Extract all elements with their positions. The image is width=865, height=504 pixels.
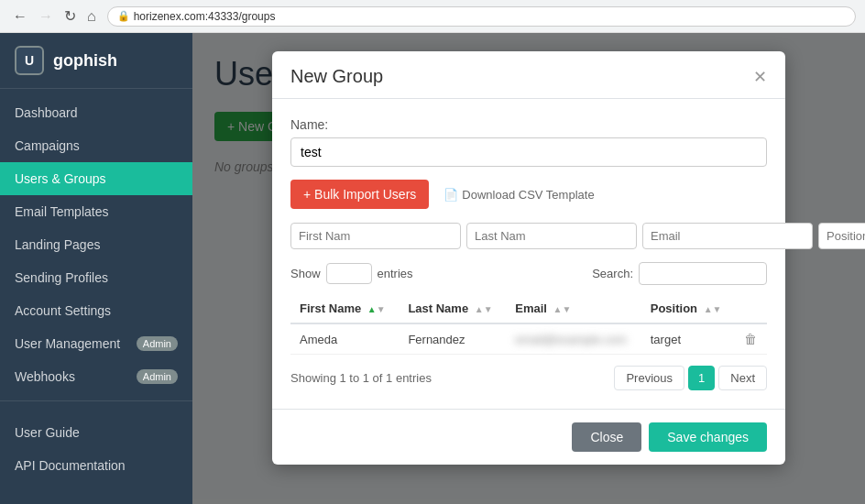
sort-last-name[interactable]: ▲▼ [475,304,493,314]
cell-last-name: Fernandez [399,323,506,355]
modal-body: Name: + Bulk Import Users 📄 Download CSV… [272,99,785,409]
pagination-row: Showing 1 to 1 of 1 entries Previous 1 N… [290,366,767,390]
page-1-button[interactable]: 1 [688,366,715,390]
logo-text: gophish [53,51,117,71]
sidebar-logo: U gophish [0,33,192,89]
sidebar-item-account-settings[interactable]: Account Settings [0,294,192,327]
sidebar-item-api-documentation[interactable]: API Documentation [0,449,192,482]
previous-button[interactable]: Previous [614,366,684,390]
sidebar-item-user-guide[interactable]: User Guide [0,416,192,449]
bulk-import-button[interactable]: + Bulk Import Users [290,180,429,209]
url-text: horizenex.com:43333/groups [134,10,276,23]
app-container: U gophish Dashboard Campaigns Users & Gr… [0,33,865,504]
sidebar-label-landing-pages: Landing Pages [15,237,100,252]
logo-icon: U [15,46,44,75]
sidebar-label-sending-profiles: Sending Profiles [15,270,108,285]
close-modal-button[interactable]: Close [572,422,641,452]
sidebar-label-users-groups: Users & Groups [15,171,106,186]
download-csv-label: Download CSV Template [462,188,594,202]
table-header: First Name ▲▼ Last Name ▲▼ Email ▲▼ [290,294,767,323]
email-input[interactable] [642,223,813,249]
delete-row-icon[interactable]: 🗑 [744,332,757,346]
show-entries-input[interactable]: 10 [326,263,372,284]
email-blurred: email@example.com [515,333,627,346]
sidebar-item-users-groups[interactable]: Users & Groups [0,162,192,195]
name-label: Name: [290,117,767,132]
modal-footer: Close Save changes [272,409,785,465]
sidebar-label-dashboard: Dashboard [15,105,78,120]
next-button[interactable]: Next [718,366,767,390]
table-header-row: First Name ▲▼ Last Name ▲▼ Email ▲▼ [290,294,767,323]
col-email: Email ▲▼ [506,294,641,323]
sidebar-item-email-templates[interactable]: Email Templates [0,195,192,228]
browser-nav: ← → ↻ ⌂ [9,5,100,27]
sidebar-nav: Dashboard Campaigns Users & Groups Email… [0,89,192,504]
home-button[interactable]: ⌂ [83,5,100,27]
cell-position: target [641,323,735,355]
position-input[interactable] [818,223,865,249]
reload-button[interactable]: ↻ [60,5,80,27]
last-name-input[interactable] [466,223,637,249]
forward-button[interactable]: → [35,5,57,27]
download-csv-button[interactable]: 📄 Download CSV Template [443,188,594,202]
save-changes-button[interactable]: Save changes [649,422,767,452]
sidebar-label-user-management: User Management [15,336,120,351]
modal-title: New Group [290,66,383,87]
sidebar-divider [0,400,192,401]
group-name-input[interactable] [290,137,767,167]
import-row: + Bulk Import Users 📄 Download CSV Templ… [290,180,767,209]
col-first-name: First Name ▲▼ [290,294,399,323]
sidebar-item-dashboard[interactable]: Dashboard [0,96,192,129]
webhooks-badge: Admin [137,369,178,384]
cell-first-name: Ameda [290,323,399,355]
sort-email[interactable]: ▲▼ [553,304,572,314]
sidebar-item-webhooks[interactable]: Webhooks Admin [0,360,192,393]
users-table: First Name ▲▼ Last Name ▲▼ Email ▲▼ [290,294,767,355]
sidebar-label-webhooks: Webhooks [15,369,75,384]
table-controls: Show 10 entries Search: [290,262,767,285]
search-box: Search: [592,262,767,285]
modal-overlay: New Group ✕ Name: + Bulk Import Users 📄 … [192,33,865,504]
sidebar-item-campaigns[interactable]: Campaigns [0,129,192,162]
col-position: Position ▲▼ [641,294,735,323]
back-button[interactable]: ← [9,5,31,27]
table-body: Ameda Fernandez email@example.com target… [290,323,767,355]
browser-bar: ← → ↻ ⌂ 🔒 horizenex.com:43333/groups [0,0,865,33]
sidebar-label-account-settings: Account Settings [15,303,111,318]
first-name-input[interactable] [290,223,461,249]
search-label: Search: [592,267,633,280]
main-content: Users + New Group No groups created yet.… [192,33,865,504]
col-last-name: Last Name ▲▼ [399,294,506,323]
sidebar: U gophish Dashboard Campaigns Users & Gr… [0,33,192,504]
address-bar: 🔒 horizenex.com:43333/groups [107,6,856,27]
file-icon: 📄 [443,188,458,202]
show-entries: Show 10 entries [290,263,413,284]
modal-header: New Group ✕ [272,51,785,99]
sidebar-label-api-documentation: API Documentation [15,458,126,473]
sidebar-label-user-guide: User Guide [15,425,80,440]
sort-position[interactable]: ▲▼ [704,304,722,314]
show-label: Show [290,267,321,280]
col-actions [735,294,767,323]
add-user-row: + Add [290,222,767,249]
sidebar-item-landing-pages[interactable]: Landing Pages [0,228,192,261]
table-row: Ameda Fernandez email@example.com target… [290,323,767,355]
sidebar-label-campaigns: Campaigns [15,138,80,153]
user-management-badge: Admin [137,336,178,351]
sidebar-item-sending-profiles[interactable]: Sending Profiles [0,261,192,294]
showing-text: Showing 1 to 1 of 1 entries [290,371,432,385]
cell-email: email@example.com [506,323,641,355]
cell-delete: 🗑 [735,323,767,355]
sort-first-name[interactable]: ▲▼ [367,304,386,314]
modal-close-button[interactable]: ✕ [753,69,767,85]
lock-icon: 🔒 [117,10,130,22]
sidebar-label-email-templates: Email Templates [15,204,108,219]
new-group-modal: New Group ✕ Name: + Bulk Import Users 📄 … [272,51,785,465]
entries-label: entries [378,267,413,280]
pagination: Previous 1 Next [614,366,767,390]
sidebar-item-user-management[interactable]: User Management Admin [0,327,192,360]
sidebar-bottom: User Guide API Documentation [0,409,192,482]
search-input[interactable] [639,262,767,285]
